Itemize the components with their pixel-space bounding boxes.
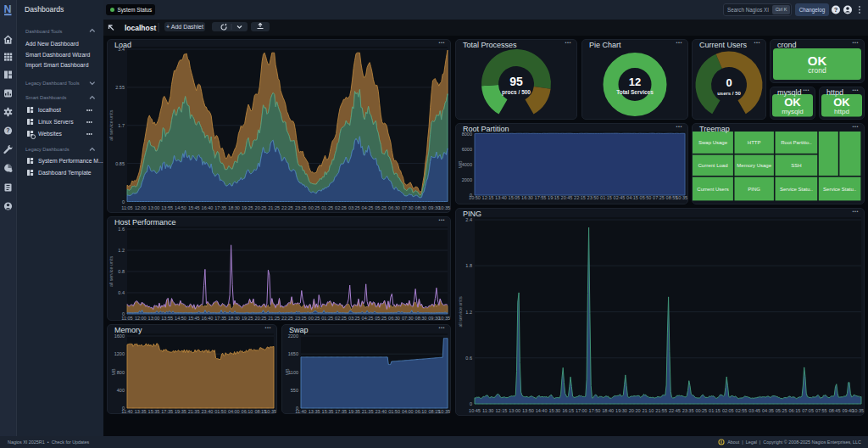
svg-text:19:25: 19:25: [242, 205, 253, 210]
svg-text:04:15: 04:15: [626, 195, 638, 200]
svg-text:08:30: 08:30: [415, 316, 427, 321]
svg-text:800: 800: [117, 370, 125, 375]
svg-text:1.8: 1.8: [465, 263, 472, 268]
svg-text:4000: 4000: [462, 162, 472, 167]
svg-text:14:40: 14:40: [536, 408, 548, 413]
svg-text:20:25: 20:25: [255, 205, 267, 210]
svg-text:11:40: 11:40: [121, 409, 132, 414]
svg-text:95: 95: [509, 75, 523, 88]
svg-text:17:50: 17:50: [589, 408, 601, 413]
svg-text:SSH: SSH: [791, 163, 801, 168]
svg-text:19:15: 19:15: [548, 195, 559, 200]
svg-text:23:40: 23:40: [376, 409, 387, 414]
svg-text:17:35: 17:35: [214, 316, 226, 321]
svg-text:1200: 1200: [114, 351, 125, 356]
svg-text:Total Services: Total Services: [616, 89, 654, 95]
svg-text:20:45: 20:45: [561, 195, 573, 200]
svg-text:10:35: 10:35: [264, 409, 276, 414]
svg-text:21:25: 21:25: [268, 205, 280, 210]
svg-text:07:05: 07:05: [802, 408, 814, 413]
svg-text:17:00: 17:00: [576, 408, 587, 413]
svg-text:02:55: 02:55: [736, 408, 748, 413]
svg-text:0.8: 0.8: [118, 269, 125, 274]
svg-text:04:25: 04:25: [362, 316, 374, 321]
svg-text:all service units: all service units: [108, 256, 114, 288]
svg-text:07:25: 07:25: [653, 195, 665, 200]
svg-text:22:15: 22:15: [574, 195, 586, 200]
svg-text:0: 0: [726, 76, 732, 89]
svg-text:21:25: 21:25: [268, 316, 280, 321]
svg-text:13:50: 13:50: [522, 408, 534, 413]
svg-text:10:35: 10:35: [438, 409, 450, 414]
svg-text:08:30: 08:30: [415, 205, 427, 210]
svg-text:04:00: 04:00: [402, 409, 414, 414]
svg-text:07:30: 07:30: [402, 205, 414, 210]
svg-text:15:45: 15:45: [188, 205, 200, 210]
svg-text:0.85: 0.85: [115, 161, 125, 166]
svg-text:13:00: 13:00: [509, 408, 520, 413]
svg-text:PING: PING: [748, 187, 760, 192]
svg-text:MB: MB: [285, 368, 290, 375]
svg-text:13:55: 13:55: [161, 316, 173, 321]
svg-text:13:35: 13:35: [135, 409, 147, 414]
svg-text:23:50: 23:50: [587, 195, 599, 200]
svg-text:05:25: 05:25: [375, 316, 387, 321]
svg-text:02:25: 02:25: [335, 205, 347, 210]
svg-text:21:10: 21:10: [643, 408, 654, 413]
svg-text:16:40: 16:40: [202, 316, 214, 321]
svg-text:06:15: 06:15: [789, 408, 801, 413]
svg-text:Service Statu..: Service Statu..: [823, 187, 856, 192]
svg-text:Current Users: Current Users: [697, 187, 728, 192]
svg-text:04:35: 04:35: [762, 408, 774, 413]
svg-text:1.7: 1.7: [118, 123, 125, 128]
svg-text:03:25: 03:25: [348, 205, 360, 210]
svg-text:N: N: [4, 3, 12, 15]
svg-text:01:15: 01:15: [709, 408, 721, 413]
svg-text:15:35: 15:35: [322, 409, 334, 414]
svg-text:22:45: 22:45: [669, 408, 681, 413]
svg-text:16:15: 16:15: [562, 408, 574, 413]
svg-text:11:30: 11:30: [482, 408, 493, 413]
svg-text:22:25: 22:25: [281, 316, 293, 321]
svg-text:03:25: 03:25: [348, 316, 360, 321]
svg-text:procs / 500: procs / 500: [502, 89, 531, 96]
svg-text:2200: 2200: [288, 333, 298, 339]
svg-text:01:15: 01:15: [600, 195, 612, 200]
svg-text:05:25: 05:25: [776, 408, 787, 413]
svg-text:2.55: 2.55: [115, 85, 125, 90]
svg-text:02:05: 02:05: [722, 408, 734, 413]
svg-text:14:50: 14:50: [175, 316, 186, 321]
svg-text:18:40: 18:40: [602, 408, 614, 413]
svg-text:22:25: 22:25: [281, 205, 293, 210]
svg-text:11:40: 11:40: [295, 409, 306, 414]
svg-text:02:45: 02:45: [614, 195, 626, 200]
svg-text:10:50: 10:50: [469, 195, 481, 200]
svg-text:OK: OK: [784, 96, 801, 109]
svg-text:0.6: 0.6: [465, 356, 472, 361]
svg-text:all service units: all service units: [458, 296, 463, 328]
svg-text:18:30: 18:30: [228, 205, 240, 210]
svg-text:05:25: 05:25: [375, 205, 387, 210]
svg-text:13:55: 13:55: [161, 205, 173, 210]
svg-text:17:55: 17:55: [535, 195, 547, 200]
svg-text:00:25: 00:25: [309, 316, 320, 321]
svg-text:OK: OK: [833, 96, 850, 109]
svg-text:04:25: 04:25: [362, 205, 374, 210]
svg-text:23:35: 23:35: [682, 408, 694, 413]
svg-text:11:05: 11:05: [121, 316, 132, 321]
svg-text:01:50: 01:50: [214, 409, 226, 414]
svg-text:16:30: 16:30: [521, 195, 533, 200]
svg-text:13:40: 13:40: [495, 195, 507, 200]
svg-text:05:50: 05:50: [640, 195, 652, 200]
svg-text:httpd: httpd: [834, 108, 849, 115]
svg-text:19:35: 19:35: [348, 409, 360, 414]
svg-text:01:25: 01:25: [321, 316, 333, 321]
svg-text:6000: 6000: [462, 147, 472, 152]
svg-text:10:45: 10:45: [469, 408, 481, 413]
svg-text:crond: crond: [808, 66, 826, 75]
svg-text:1600: 1600: [114, 333, 125, 339]
svg-text:Memory Usage: Memory Usage: [737, 163, 771, 168]
svg-text:19:25: 19:25: [242, 316, 253, 321]
svg-text:21:35: 21:35: [362, 409, 374, 414]
svg-text:19:30: 19:30: [615, 408, 627, 413]
